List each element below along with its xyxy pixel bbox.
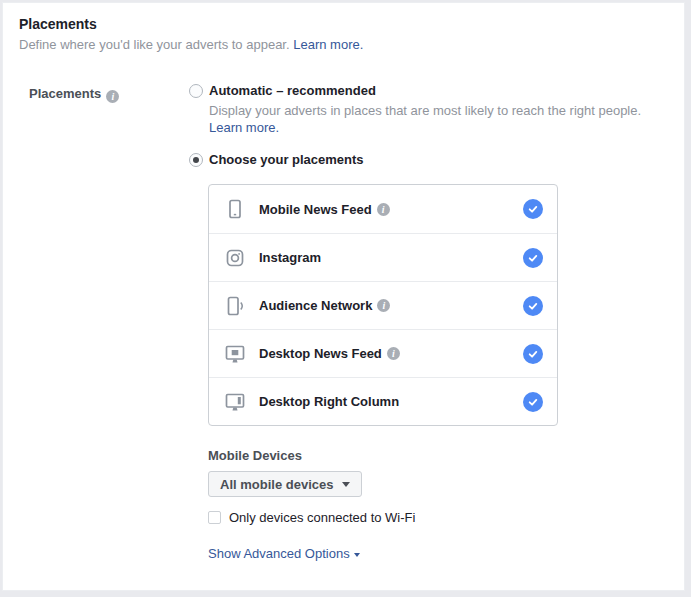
automatic-learn-more-link[interactable]: Learn more.	[209, 120, 279, 135]
placement-row-desktop-right-column[interactable]: Desktop Right Column	[209, 377, 557, 425]
placement-row-label: Mobile News Feed	[259, 202, 372, 217]
radio-choose-texts: Choose your placements	[209, 152, 364, 168]
desktop-news-feed-check-icon[interactable]	[523, 344, 543, 364]
placement-row-label: Desktop Right Column	[259, 394, 399, 409]
radio-automatic-label: Automatic – recommended	[209, 83, 647, 99]
instagram-icon	[223, 246, 247, 270]
audience-network-icon	[223, 294, 247, 318]
mobile-phone-icon	[223, 197, 247, 221]
mobile-devices-dropdown-value: All mobile devices	[220, 477, 333, 492]
page-title: Placements	[19, 16, 668, 32]
placements-card: Placements Define where you'd like your …	[2, 2, 685, 591]
radio-automatic-description-text: Display your adverts in places that are …	[209, 103, 641, 118]
card-header: Placements Define where you'd like your …	[3, 3, 684, 52]
caret-down-icon	[354, 553, 360, 557]
audience-network-check-icon[interactable]	[523, 296, 543, 316]
radio-automatic[interactable]	[189, 84, 203, 98]
placement-row-mobile-news-feed[interactable]: Mobile News Feed i	[209, 185, 557, 233]
placement-row-label: Audience Network	[259, 298, 372, 313]
content-column: Automatic – recommended Display your adv…	[189, 83, 684, 561]
placement-row-label: Desktop News Feed	[259, 346, 382, 361]
show-advanced-options-link[interactable]: Show Advanced Options	[208, 546, 350, 561]
audience-network-info-icon[interactable]: i	[377, 299, 390, 312]
desktop-right-column-check-icon[interactable]	[523, 392, 543, 412]
desktop-right-column-icon	[223, 390, 247, 414]
mobile-devices-label: Mobile Devices	[208, 448, 684, 463]
placement-row-instagram[interactable]: Instagram	[209, 233, 557, 281]
placement-row-desktop-news-feed[interactable]: Desktop News Feed i	[209, 329, 557, 377]
wifi-checkbox-label: Only devices connected to Wi-Fi	[229, 510, 415, 525]
placements-panel: Mobile News Feed i	[208, 184, 558, 426]
wifi-checkbox-row[interactable]: Only devices connected to Wi-Fi	[208, 510, 684, 525]
placements-section-label: Placements	[29, 86, 101, 101]
radio-option-choose[interactable]: Choose your placements	[189, 152, 684, 168]
placement-row-audience-network[interactable]: Audience Network i	[209, 281, 557, 329]
mobile-news-feed-check-icon[interactable]	[523, 199, 543, 219]
radio-automatic-texts: Automatic – recommended Display your adv…	[209, 83, 647, 136]
radio-choose-label: Choose your placements	[209, 152, 364, 168]
mobile-news-feed-info-icon[interactable]: i	[377, 203, 390, 216]
radio-automatic-description: Display your adverts in places that are …	[209, 102, 647, 136]
radio-choose[interactable]	[189, 153, 203, 167]
placements-info-icon[interactable]: i	[106, 90, 119, 103]
mobile-devices-dropdown[interactable]: All mobile devices	[208, 471, 362, 497]
desktop-news-feed-icon	[223, 342, 247, 366]
desktop-news-feed-info-icon[interactable]: i	[387, 347, 400, 360]
radio-option-automatic[interactable]: Automatic – recommended Display your adv…	[189, 83, 684, 136]
placement-row-label: Instagram	[259, 250, 321, 265]
instagram-check-icon[interactable]	[523, 248, 543, 268]
chevron-down-icon	[342, 482, 350, 487]
page-subtitle: Define where you'd like your adverts to …	[19, 37, 290, 52]
placements-form-row: Placementsi Automatic – recommended Disp…	[3, 83, 684, 561]
label-column: Placementsi	[29, 83, 189, 561]
header-learn-more-link[interactable]: Learn more.	[293, 37, 363, 52]
wifi-checkbox[interactable]	[208, 511, 221, 524]
